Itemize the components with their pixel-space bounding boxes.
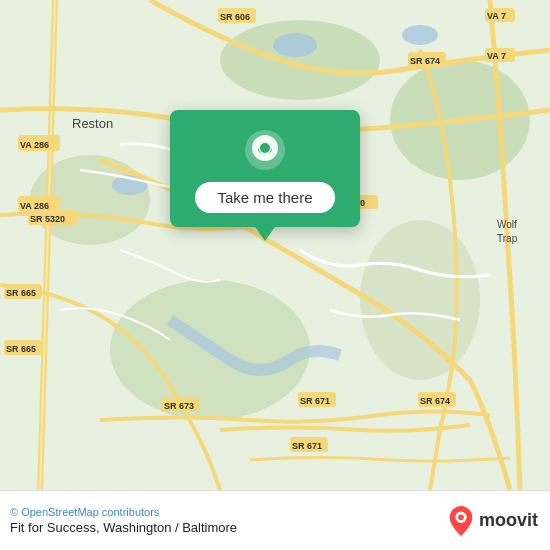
svg-text:VA 286: VA 286 [20,140,49,150]
svg-point-2 [220,20,380,100]
svg-text:SR 674: SR 674 [410,56,440,66]
osm-credit: © OpenStreetMap contributors [10,506,237,518]
svg-text:SR 671: SR 671 [300,396,330,406]
footer-bar: © OpenStreetMap contributors Fit for Suc… [0,490,550,550]
svg-point-5 [360,220,480,380]
svg-point-7 [273,33,317,57]
svg-text:VA 7: VA 7 [487,11,506,21]
svg-text:SR 674: SR 674 [420,396,450,406]
svg-text:Wolf: Wolf [497,219,517,230]
svg-text:SR 665: SR 665 [6,288,36,298]
svg-text:Reston: Reston [72,116,113,131]
osm-link[interactable]: © OpenStreetMap contributors [10,506,159,518]
footer-info: © OpenStreetMap contributors Fit for Suc… [10,506,237,535]
location-label: Fit for Success, Washington / Baltimore [10,520,237,535]
svg-text:VA 7: VA 7 [487,51,506,61]
moovit-logo: moovit [447,505,538,537]
svg-point-8 [402,25,438,45]
map-container: VA 286 VA 286 SR 606 SR 674 VA 7 VA 7 SR… [0,0,550,490]
moovit-pin-icon [447,505,475,537]
svg-text:VA 286: VA 286 [20,201,49,211]
moovit-label: moovit [479,510,538,531]
svg-text:SR 671: SR 671 [292,441,322,451]
svg-point-45 [260,143,270,153]
location-pin-icon [243,128,287,172]
svg-text:SR 673: SR 673 [164,401,194,411]
take-me-there-button[interactable]: Take me there [195,182,334,213]
map-popup: Take me there [170,110,360,227]
svg-text:SR 665: SR 665 [6,344,36,354]
svg-point-47 [458,514,464,520]
svg-text:SR 5320: SR 5320 [30,214,65,224]
svg-text:SR 606: SR 606 [220,12,250,22]
svg-text:Trap: Trap [497,233,518,244]
